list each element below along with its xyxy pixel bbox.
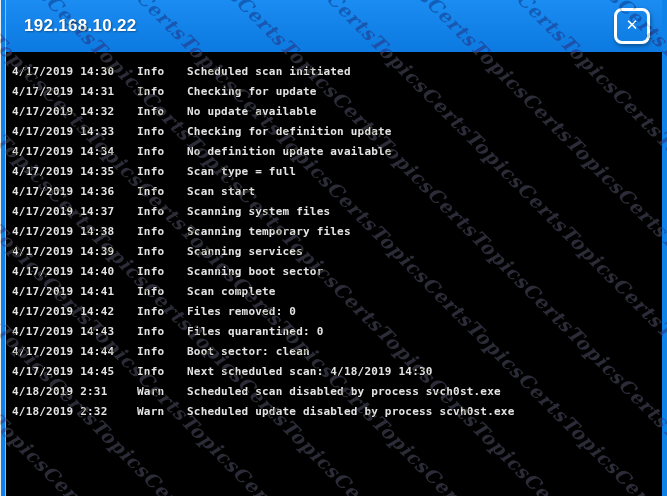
log-message: Scanning services <box>187 245 662 258</box>
log-date: 4/17/2019 14:34 <box>12 145 137 158</box>
log-level: Info <box>137 205 187 218</box>
log-level: Info <box>137 325 187 338</box>
log-row: 4/17/2019 14:44InfoBoot sector: clean <box>6 341 662 361</box>
log-level: Info <box>137 305 187 318</box>
log-message: Scanning system files <box>187 205 662 218</box>
log-row: 4/17/2019 14:37InfoScanning system files <box>6 201 662 221</box>
log-level: Info <box>137 365 187 378</box>
log-date: 4/17/2019 14:36 <box>12 185 137 198</box>
window-title: 192.168.10.22 <box>24 16 137 36</box>
log-date: 4/17/2019 14:40 <box>12 265 137 278</box>
log-level: Info <box>137 105 187 118</box>
window-left-border <box>0 0 6 496</box>
log-row: 4/17/2019 14:41InfoScan complete <box>6 281 662 301</box>
log-row: 4/18/2019 2:31WarnScheduled scan disable… <box>6 381 662 401</box>
log-date: 4/18/2019 2:32 <box>12 405 137 418</box>
log-row: 4/17/2019 14:34InfoNo definition update … <box>6 141 662 161</box>
log-row: 4/17/2019 14:40InfoScanning boot sector <box>6 261 662 281</box>
log-console: 4/17/2019 14:30InfoScheduled scan initia… <box>6 52 662 496</box>
title-bar: 192.168.10.22 ✕ <box>0 0 667 52</box>
log-level: Info <box>137 125 187 138</box>
log-row: 4/18/2019 2:32WarnScheduled update disab… <box>6 401 662 421</box>
log-message: Scan complete <box>187 285 662 298</box>
log-level: Info <box>137 85 187 98</box>
log-row: 4/17/2019 14:32InfoNo update available <box>6 101 662 121</box>
log-date: 4/17/2019 14:30 <box>12 65 137 78</box>
log-date: 4/17/2019 14:44 <box>12 345 137 358</box>
log-date: 4/17/2019 14:33 <box>12 125 137 138</box>
log-row: 4/17/2019 14:38InfoScanning temporary fi… <box>6 221 662 241</box>
log-message: Scheduled scan disabled by process svch0… <box>187 385 662 398</box>
log-message: Files quarantined: 0 <box>187 325 662 338</box>
log-level: Info <box>137 225 187 238</box>
log-level: Info <box>137 345 187 358</box>
log-level: Info <box>137 185 187 198</box>
log-message: Checking for update <box>187 85 662 98</box>
log-date: 4/17/2019 14:45 <box>12 365 137 378</box>
log-date: 4/17/2019 14:41 <box>12 285 137 298</box>
log-rows: 4/17/2019 14:30InfoScheduled scan initia… <box>6 61 662 421</box>
log-level: Warn <box>137 385 187 398</box>
log-row: 4/17/2019 14:33InfoChecking for definiti… <box>6 121 662 141</box>
log-level: Info <box>137 285 187 298</box>
log-message: Boot sector: clean <box>187 345 662 358</box>
log-message: Scheduled scan initiated <box>187 65 662 78</box>
log-date: 4/17/2019 14:35 <box>12 165 137 178</box>
log-date: 4/17/2019 14:37 <box>12 205 137 218</box>
log-date: 4/17/2019 14:38 <box>12 225 137 238</box>
log-message: No definition update available <box>187 145 662 158</box>
log-date: 4/17/2019 14:32 <box>12 105 137 118</box>
log-row: 4/17/2019 14:30InfoScheduled scan initia… <box>6 61 662 81</box>
log-row: 4/17/2019 14:39InfoScanning services <box>6 241 662 261</box>
log-level: Info <box>137 165 187 178</box>
log-level: Info <box>137 245 187 258</box>
close-icon: ✕ <box>626 16 639 34</box>
log-viewer-window: 192.168.10.22 ✕ 4/17/2019 14:30InfoSched… <box>0 0 667 496</box>
log-message: Scan type = full <box>187 165 662 178</box>
log-level: Warn <box>137 405 187 418</box>
log-message: Files removed: 0 <box>187 305 662 318</box>
close-button[interactable]: ✕ <box>614 8 650 44</box>
log-message: Scan start <box>187 185 662 198</box>
log-message: No update available <box>187 105 662 118</box>
log-message: Scanning boot sector <box>187 265 662 278</box>
log-level: Info <box>137 145 187 158</box>
log-message: Scheduled update disabled by process scv… <box>187 405 662 418</box>
log-message: Checking for definition update <box>187 125 662 138</box>
log-date: 4/17/2019 14:43 <box>12 325 137 338</box>
log-message: Scanning temporary files <box>187 225 662 238</box>
log-row: 4/17/2019 14:43InfoFiles quarantined: 0 <box>6 321 662 341</box>
log-row: 4/17/2019 14:42InfoFiles removed: 0 <box>6 301 662 321</box>
log-date: 4/18/2019 2:31 <box>12 385 137 398</box>
log-date: 4/17/2019 14:42 <box>12 305 137 318</box>
log-date: 4/17/2019 14:31 <box>12 85 137 98</box>
log-row: 4/17/2019 14:45InfoNext scheduled scan: … <box>6 361 662 381</box>
log-message: Next scheduled scan: 4/18/2019 14:30 <box>187 365 662 378</box>
log-date: 4/17/2019 14:39 <box>12 245 137 258</box>
log-level: Info <box>137 65 187 78</box>
log-row: 4/17/2019 14:36InfoScan start <box>6 181 662 201</box>
log-level: Info <box>137 265 187 278</box>
log-row: 4/17/2019 14:35InfoScan type = full <box>6 161 662 181</box>
log-row: 4/17/2019 14:31InfoChecking for update <box>6 81 662 101</box>
window-right-border <box>662 0 667 496</box>
